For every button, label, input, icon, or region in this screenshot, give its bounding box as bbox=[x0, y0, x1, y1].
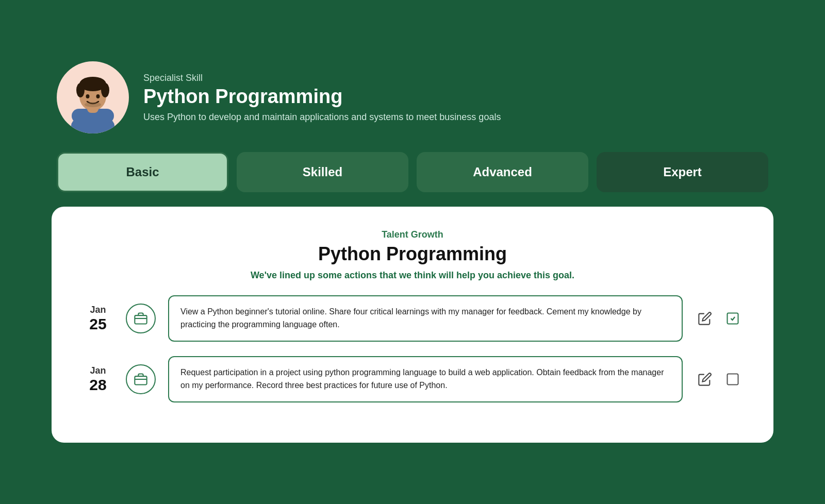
date-col-1: Jan 25 bbox=[82, 305, 113, 332]
header-text-block: Specialist Skill Python Programming Uses… bbox=[143, 73, 501, 123]
main-card: Talent Growth Python Programming We've l… bbox=[52, 207, 773, 442]
card-header: Talent Growth Python Programming We've l… bbox=[82, 229, 742, 281]
page-header: Specialist Skill Python Programming Uses… bbox=[52, 61, 773, 133]
action-text-2: Request participation in a project using… bbox=[180, 368, 664, 390]
briefcase-icon-1 bbox=[134, 311, 148, 326]
tab-expert[interactable]: Expert bbox=[597, 152, 768, 192]
checkbox-button-2[interactable] bbox=[723, 369, 742, 389]
briefcase-icon-2 bbox=[134, 372, 148, 387]
skill-desc: Uses Python to develop and maintain appl… bbox=[143, 112, 501, 123]
svg-point-5 bbox=[76, 83, 85, 97]
tab-advanced[interactable]: Advanced bbox=[417, 152, 588, 192]
svg-point-9 bbox=[85, 102, 101, 107]
svg-point-8 bbox=[96, 94, 100, 98]
card-title: Python Programming bbox=[82, 243, 742, 265]
avatar-image bbox=[64, 72, 121, 133]
card-label: Talent Growth bbox=[82, 229, 742, 240]
svg-rect-12 bbox=[728, 313, 738, 324]
action-text-1: View a Python beginner's tutorial online… bbox=[180, 307, 641, 329]
svg-rect-13 bbox=[135, 376, 146, 384]
checkbox-checked-icon-1 bbox=[725, 311, 740, 326]
date-month-1: Jan bbox=[82, 305, 113, 315]
checkbox-unchecked-icon-2 bbox=[725, 372, 740, 387]
edit-button-1[interactable] bbox=[695, 309, 715, 328]
briefcase-icon-circle-2 bbox=[126, 364, 156, 394]
skill-label: Specialist Skill bbox=[143, 73, 501, 83]
svg-rect-14 bbox=[728, 374, 738, 384]
skill-title: Python Programming bbox=[143, 86, 501, 108]
page-container: Specialist Skill Python Programming Uses… bbox=[52, 61, 773, 442]
action-controls-2 bbox=[695, 369, 742, 389]
action-item-2: Jan 28 Request participation in a projec… bbox=[82, 356, 742, 402]
edit-icon-2 bbox=[698, 372, 712, 387]
action-box-2: Request participation in a project using… bbox=[168, 356, 683, 402]
date-col-2: Jan 28 bbox=[82, 365, 113, 393]
svg-point-7 bbox=[86, 94, 90, 98]
action-item-1: Jan 25 View a Python beginner's tutorial… bbox=[82, 295, 742, 342]
edit-icon-1 bbox=[698, 311, 712, 326]
svg-rect-10 bbox=[135, 315, 146, 324]
date-day-1: 25 bbox=[82, 315, 113, 332]
action-box-1: View a Python beginner's tutorial online… bbox=[168, 295, 683, 342]
edit-button-2[interactable] bbox=[695, 369, 715, 389]
action-controls-1 bbox=[695, 309, 742, 328]
checkbox-button-1[interactable] bbox=[723, 309, 742, 328]
date-day-2: 28 bbox=[82, 376, 113, 393]
tab-basic[interactable]: Basic bbox=[57, 152, 228, 192]
date-month-2: Jan bbox=[82, 365, 113, 376]
svg-point-6 bbox=[101, 83, 109, 97]
briefcase-icon-circle-1 bbox=[126, 304, 156, 333]
card-subtitle: We've lined up some actions that we thin… bbox=[82, 270, 742, 281]
avatar bbox=[57, 61, 129, 133]
tab-skilled[interactable]: Skilled bbox=[237, 152, 408, 192]
skill-tabs: Basic Skilled Advanced Expert bbox=[52, 152, 773, 192]
